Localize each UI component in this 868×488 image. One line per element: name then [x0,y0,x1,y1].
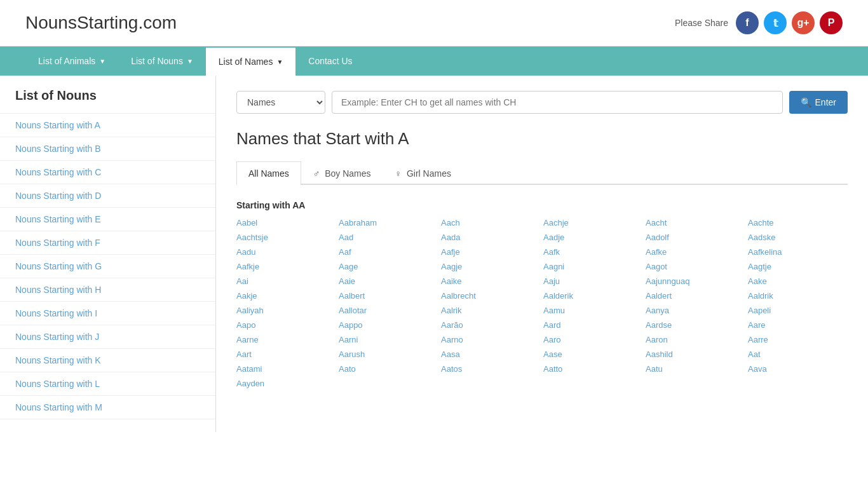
name-link[interactable]: Aaro [543,335,643,344]
tab-girl-names[interactable]: ♀ Girl Names [383,161,463,185]
name-link[interactable]: Aadu [236,247,336,257]
name-link[interactable]: Aachte [748,218,848,227]
name-link[interactable]: Aalbert [339,291,438,301]
name-link[interactable]: Aad [339,233,438,242]
name-link[interactable]: Aallotar [339,306,438,315]
sidebar-link[interactable]: Nouns Starting with B [0,137,215,160]
name-link[interactable]: Aard [543,320,643,330]
search-select[interactable]: NamesAnimalsNouns [236,91,325,114]
names-grid: AabelAabrahamAachAachjeAachtAachteAachts… [236,218,848,388]
name-link[interactable]: Aalderik [543,291,643,301]
name-link[interactable]: Aadske [748,233,848,242]
name-link[interactable]: Aachtsje [236,233,336,242]
name-link[interactable]: Aatos [441,364,541,374]
sidebar-link[interactable]: Nouns Starting with G [0,254,215,278]
name-link[interactable]: Aava [748,364,848,374]
name-link[interactable]: Aage [339,262,438,271]
nav-item-list-of-nouns[interactable]: List of Nouns▼ [118,46,206,76]
name-link[interactable]: Aai [236,276,336,286]
name-link[interactable]: Aapeli [748,306,848,315]
name-link[interactable]: Aat [748,349,848,359]
name-link[interactable]: Aatu [646,364,745,374]
name-link[interactable]: Aagje [441,262,541,271]
navigation: List of Animals▼List of Nouns▼List of Na… [0,46,868,76]
search-icon: 🔍 [801,97,811,107]
nav-item-list-of-names[interactable]: List of Names▼ [206,46,296,76]
name-link[interactable]: Aabraham [339,218,438,227]
name-link[interactable]: Aapo [236,320,336,330]
tab-boy-names[interactable]: ♂ Boy Names [301,161,383,185]
name-link[interactable]: Aaike [441,276,541,286]
name-link[interactable]: Aase [543,349,643,359]
name-link[interactable]: Aajunnguaq [646,276,745,286]
name-link[interactable]: Aarni [339,335,438,344]
name-link[interactable]: Aalbrecht [441,291,541,301]
name-link[interactable]: Aaldrik [748,291,848,301]
twitter-share-button[interactable]: 𝕥 [764,11,787,34]
name-link[interactable]: Aappo [339,320,438,330]
pinterest-share-button[interactable]: P [820,11,843,34]
name-link[interactable]: Aafk [543,247,643,257]
name-link[interactable]: Aayden [236,379,336,388]
name-link[interactable]: Aato [339,364,438,374]
search-button[interactable]: 🔍 Enter [789,91,848,114]
name-link[interactable]: Aashild [646,349,745,359]
name-link[interactable]: Aamu [543,306,643,315]
sidebar-link[interactable]: Nouns Starting with K [0,348,215,372]
sidebar-link[interactable]: Nouns Starting with I [0,301,215,325]
name-link[interactable]: Aarno [441,335,541,344]
sidebar-link[interactable]: Nouns Starting with H [0,278,215,301]
name-link[interactable]: Aasa [441,349,541,359]
tab-label: Girl Names [407,168,451,179]
googleplus-share-button[interactable]: g+ [792,11,815,34]
name-link[interactable]: Aake [748,276,848,286]
name-link[interactable]: Aacht [646,218,745,227]
name-link[interactable]: Aart [236,349,336,359]
name-link[interactable]: Aagot [646,262,745,271]
sidebar-link[interactable]: Nouns Starting with M [0,395,215,419]
sidebar-link[interactable]: Nouns Starting with A [0,113,215,137]
name-link[interactable]: Aadje [543,233,643,242]
name-link[interactable]: Aafke [646,247,745,257]
tab-label: All Names [248,168,289,179]
name-link[interactable]: Aach [441,218,541,227]
tabs: All Names♂ Boy Names♀ Girl Names [236,161,848,185]
sidebar-link[interactable]: Nouns Starting with F [0,231,215,254]
name-link[interactable]: Aarre [748,335,848,344]
search-input[interactable] [332,91,783,114]
name-link[interactable]: Aagtje [748,262,848,271]
name-link[interactable]: Aarão [441,320,541,330]
name-link[interactable]: Aadolf [646,233,745,242]
name-link[interactable]: Aalrik [441,306,541,315]
name-link[interactable]: Aafje [441,247,541,257]
name-link[interactable]: Aaju [543,276,643,286]
sidebar-link[interactable]: Nouns Starting with E [0,207,215,231]
tab-all-names[interactable]: All Names [236,161,301,185]
sidebar-link[interactable]: Nouns Starting with J [0,325,215,348]
name-link[interactable]: Aaf [339,247,438,257]
name-link[interactable]: Aaron [646,335,745,344]
nav-item-contact-us[interactable]: Contact Us [295,46,365,76]
name-link[interactable]: Aardse [646,320,745,330]
name-link[interactable]: Aarush [339,349,438,359]
name-link[interactable]: Aaldert [646,291,745,301]
name-link[interactable]: Aare [748,320,848,330]
facebook-share-button[interactable]: f [736,11,759,34]
name-link[interactable]: Aaliyah [236,306,336,315]
name-link[interactable]: Aagni [543,262,643,271]
name-link[interactable]: Aaie [339,276,438,286]
name-link[interactable]: Aatami [236,364,336,374]
name-link[interactable]: Aarne [236,335,336,344]
name-link[interactable]: Aakje [236,291,336,301]
sidebar-link[interactable]: Nouns Starting with C [0,160,215,184]
nav-item-list-of-animals[interactable]: List of Animals▼ [25,46,118,76]
name-link[interactable]: Aada [441,233,541,242]
name-link[interactable]: Aabel [236,218,336,227]
name-link[interactable]: Aanya [646,306,745,315]
name-link[interactable]: Aafkelina [748,247,848,257]
sidebar-link[interactable]: Nouns Starting with L [0,372,215,395]
name-link[interactable]: Aachje [543,218,643,227]
name-link[interactable]: Aatto [543,364,643,374]
sidebar-link[interactable]: Nouns Starting with D [0,184,215,207]
name-link[interactable]: Aafkje [236,262,336,271]
